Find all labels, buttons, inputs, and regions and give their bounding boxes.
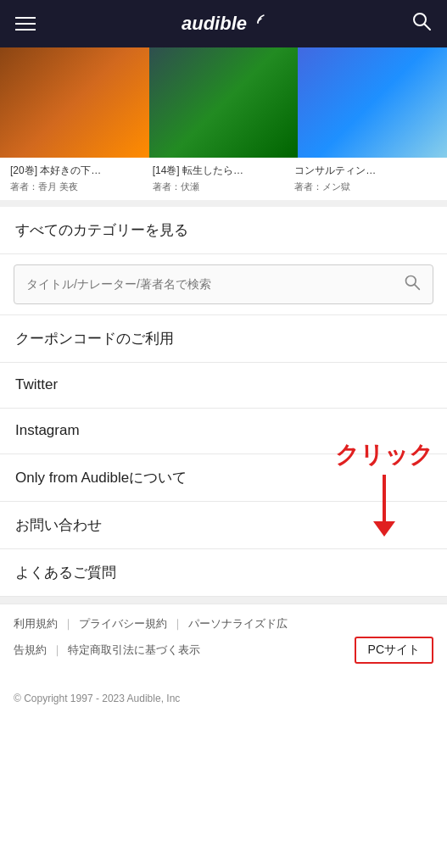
books-info: [20巻] 本好きの下… 著者：香月 美夜 [14巻] 転生したら… 著者：伏瀬… (0, 158, 447, 200)
section-divider (0, 200, 447, 207)
menu-item-faq[interactable]: よくあるご質問 (0, 549, 447, 597)
menu-button[interactable] (15, 17, 36, 31)
footer-link-commercial-law[interactable]: 特定商取引法に基づく表示 (68, 643, 200, 658)
book-info-2[interactable]: [14巻] 転生したら… 著者：伏瀬 (153, 164, 295, 193)
books-strip (0, 47, 447, 158)
wifi-icon (250, 14, 265, 26)
coupon-label: クーポンコードのご利用 (15, 329, 174, 348)
instagram-label: Instagram (15, 422, 80, 439)
menu-item-only-from-audible[interactable]: Only from Audibleについて クリック (0, 454, 447, 502)
footer-row-2: 告規約 ｜ 特定商取引法に基づく表示 PCサイト (14, 637, 433, 664)
menu-item-coupon[interactable]: クーポンコードのご利用 (0, 315, 447, 363)
footer-link-ad-regulations[interactable]: 告規約 (14, 643, 47, 658)
faq-label: よくあるご質問 (15, 563, 116, 582)
menu-item-twitter[interactable]: Twitter (0, 363, 447, 409)
copyright-text: © Copyright 1997 - 2023 Audible, Inc (14, 693, 180, 704)
svg-line-3 (415, 285, 419, 289)
menu-item-all-categories[interactable]: すべてのカテゴリーを見る (0, 207, 447, 254)
search-input[interactable] (26, 277, 404, 291)
menu-item-contact[interactable]: お問い合わせ (0, 502, 447, 549)
book-thumb-1[interactable] (0, 47, 149, 158)
search-icon[interactable] (411, 11, 432, 36)
svg-line-1 (424, 25, 430, 31)
footer-sep-3: ｜ (52, 643, 63, 658)
search-container (0, 254, 447, 315)
footer-link-terms[interactable]: 利用規約 (14, 616, 58, 632)
footer-row-1: 利用規約 ｜ プライバシー規約 ｜ パーソナライズド広 (14, 616, 433, 632)
menu-item-instagram[interactable]: Instagram (0, 409, 447, 454)
book-author-1: 著者：香月 美夜 (10, 181, 146, 193)
book-title-2: [14巻] 転生したら… (153, 164, 288, 178)
search-bar[interactable] (14, 264, 433, 304)
book-thumb-2[interactable] (149, 47, 299, 158)
footer-links: 利用規約 ｜ プライバシー規約 ｜ パーソナライズド広 告規約 ｜ 特定商取引法… (0, 604, 447, 681)
footer-link-personalized[interactable]: パーソナライズド広 (188, 616, 288, 632)
footer-link-privacy[interactable]: プライバシー規約 (79, 616, 167, 632)
footer-divider (0, 597, 447, 604)
footer-sep-2: ｜ (172, 616, 183, 632)
only-from-audible-label: Only from Audibleについて (15, 468, 187, 487)
audible-logo: audible (182, 13, 265, 35)
search-icon-small (404, 274, 421, 295)
header: audible (0, 0, 447, 47)
book-title-3: コンサルティン… (294, 164, 430, 178)
all-categories-label: すべてのカテゴリーを見る (15, 220, 188, 240)
book-info-1[interactable]: [20巻] 本好きの下… 著者：香月 美夜 (10, 164, 153, 193)
copyright: © Copyright 1997 - 2023 Audible, Inc (0, 681, 447, 721)
book-info-3[interactable]: コンサルティン… 著者：メン獄 (294, 164, 437, 193)
book-title-1: [20巻] 本好きの下… (10, 164, 146, 178)
book-author-2: 著者：伏瀬 (153, 181, 288, 193)
footer-sep-1: ｜ (63, 616, 74, 632)
book-author-3: 著者：メン獄 (294, 181, 430, 193)
book-thumb-3[interactable] (298, 47, 447, 158)
twitter-label: Twitter (15, 376, 58, 393)
contact-label: お問い合わせ (15, 515, 102, 535)
pc-site-button[interactable]: PCサイト (355, 637, 433, 664)
